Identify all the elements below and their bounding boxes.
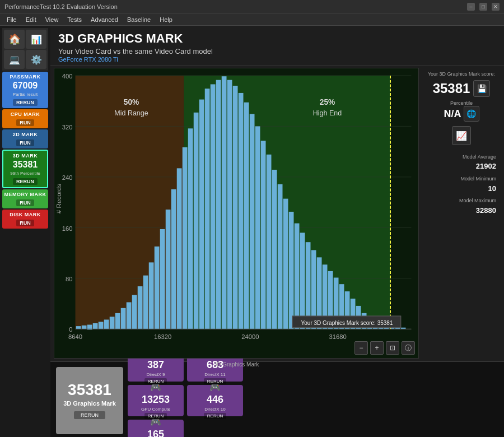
gpu-compute-card[interactable]: 🎮 13253 GPU Compute RERUN (128, 385, 184, 416)
cpu-run[interactable]: RUN (16, 119, 34, 126)
svg-rect-48 (255, 126, 260, 329)
dx9-label: DirectX 9 (147, 372, 165, 377)
svg-text:Your 3D Graphics Mark score: 3: Your 3D Graphics Mark score: 35381 (301, 319, 393, 326)
dx10-score: 446 (207, 394, 223, 406)
chart-svg: 0 80 160 240 320 400 # Records (54, 68, 418, 358)
svg-rect-25 (127, 302, 132, 329)
sidebar-item-disk[interactable]: DISK MARK RUN (2, 210, 48, 229)
percentile-section: Percentile N/A 🌐 (422, 100, 501, 122)
home-button[interactable]: 🏠 (4, 30, 25, 49)
dx10-label: DirectX 10 (204, 407, 225, 412)
model-min-label: Model Minimum (427, 175, 496, 183)
svg-text:24000: 24000 (241, 333, 259, 340)
settings-button[interactable]: ⚙️ (26, 50, 46, 69)
svg-rect-56 (300, 233, 305, 329)
cpu-label: CPU MARK (11, 111, 40, 117)
svg-rect-54 (289, 212, 294, 329)
menu-tests[interactable]: Tests (63, 16, 86, 23)
svg-rect-24 (121, 308, 126, 329)
svg-rect-33 (171, 189, 176, 329)
minimize-button[interactable]: – (467, 3, 475, 11)
svg-text:31680: 31680 (329, 333, 347, 340)
zoom-in-button[interactable]: + (370, 341, 384, 355)
maximize-button[interactable]: □ (479, 3, 487, 11)
memory-run[interactable]: RUN (16, 199, 34, 206)
system-button[interactable]: 💻 (4, 50, 25, 69)
sidebar: 🏠 📊 💻 ⚙️ PASSMARK 67009 Partial result R… (0, 26, 50, 437)
3d-sub: 99th Percentile (10, 171, 40, 176)
3d-rerun[interactable]: RERUN (13, 178, 38, 185)
svg-rect-28 (143, 276, 148, 329)
3d-label: 3D MARK (13, 153, 38, 159)
menu-view[interactable]: View (41, 16, 63, 23)
model-max-value: 32880 (427, 205, 496, 217)
main-3d-score: 35381 (68, 382, 111, 398)
svg-rect-22 (110, 317, 115, 329)
globe-icon[interactable]: 🌐 (464, 106, 479, 122)
svg-rect-43 (227, 80, 232, 329)
percentile-label: Percentile (422, 100, 501, 106)
main-rerun-button[interactable]: RERUN (74, 411, 105, 419)
page-title: 3D GRAPHICS MARK (58, 31, 496, 46)
dx10-card[interactable]: 🎮 446 DirectX 10 RERUN (187, 385, 243, 416)
window-controls: – □ ✕ (467, 3, 500, 11)
memory-label: MEMORY MARK (4, 192, 46, 197)
chart-icon[interactable]: 📈 (452, 126, 471, 145)
menu-edit[interactable]: Edit (21, 16, 41, 23)
main-3d-label: 3D Graphics Mark (63, 400, 116, 407)
sidebar-item-cpu[interactable]: CPU MARK RUN (2, 109, 48, 128)
main-score-card: 35381 3D Graphics Mark RERUN (56, 367, 123, 434)
svg-rect-34 (177, 168, 182, 329)
disk-run[interactable]: RUN (16, 220, 34, 226)
svg-rect-42 (222, 76, 227, 329)
dx11-label: DirectX 11 (204, 372, 225, 377)
sidebar-item-3d[interactable]: 3D MARK 35381 99th Percentile RERUN (2, 150, 48, 188)
svg-rect-51 (272, 170, 277, 329)
your-score-title: Your 3D Graphics Mark score: (422, 70, 501, 78)
content-header: 3D GRAPHICS MARK Your Video Card vs the … (50, 26, 504, 66)
dx10-rerun[interactable]: RERUN (204, 413, 226, 419)
svg-text:50%: 50% (124, 97, 139, 106)
svg-rect-45 (239, 93, 244, 329)
percentile-value: N/A (444, 108, 461, 120)
model-avg-label: Model Average (427, 153, 496, 161)
dx12-score: 165 (147, 429, 164, 437)
svg-rect-36 (188, 128, 193, 329)
sidebar-item-2d[interactable]: 2D MARK RUN (2, 129, 48, 148)
main-layout: 🏠 📊 💻 ⚙️ PASSMARK 67009 Partial result R… (0, 26, 504, 437)
svg-rect-21 (104, 319, 109, 329)
close-button[interactable]: ✕ (492, 3, 500, 11)
2d-run[interactable]: RUN (16, 140, 34, 146)
model-min-value: 10 (427, 183, 496, 195)
svg-text:240: 240 (62, 174, 73, 181)
results-button[interactable]: 📊 (26, 30, 46, 49)
svg-rect-30 (155, 247, 160, 329)
disk-label: DISK MARK (10, 212, 41, 217)
menu-file[interactable]: File (2, 16, 21, 23)
svg-rect-31 (160, 229, 165, 329)
menu-baseline[interactable]: Baseline (123, 16, 155, 23)
zoom-fit-button[interactable]: ⊡ (386, 341, 399, 355)
svg-rect-35 (183, 147, 188, 329)
save-icon[interactable]: 💾 (473, 80, 490, 97)
menu-help[interactable]: Help (155, 16, 177, 23)
passmark-rerun[interactable]: RERUN (13, 99, 38, 106)
svg-rect-19 (93, 323, 98, 329)
svg-rect-27 (138, 286, 143, 329)
svg-text:160: 160 (62, 225, 73, 231)
svg-rect-32 (166, 210, 171, 329)
sidebar-item-memory[interactable]: MEMORY MARK RUN (2, 189, 48, 208)
svg-text:Mid Range: Mid Range (114, 109, 148, 117)
svg-rect-49 (261, 141, 266, 329)
zoom-out-button[interactable]: − (354, 341, 368, 355)
dx12-card[interactable]: 🎮 165 DirectX 12 RERUN (128, 420, 184, 437)
bottom-scores: 35381 3D Graphics Mark RERUN 🎮 387 Direc… (50, 361, 504, 437)
svg-rect-20 (99, 322, 104, 329)
your-score-value: 35381 (433, 81, 470, 96)
sidebar-item-passmark[interactable]: PASSMARK 67009 Partial result RERUN (2, 72, 48, 108)
zoom-info-button[interactable]: ⓘ (402, 341, 415, 355)
app-title: PerformanceTest 10.2 Evaluation Version (4, 3, 467, 10)
menu-advanced[interactable]: Advanced (86, 16, 123, 23)
svg-rect-47 (250, 114, 255, 329)
svg-text:320: 320 (62, 123, 73, 130)
